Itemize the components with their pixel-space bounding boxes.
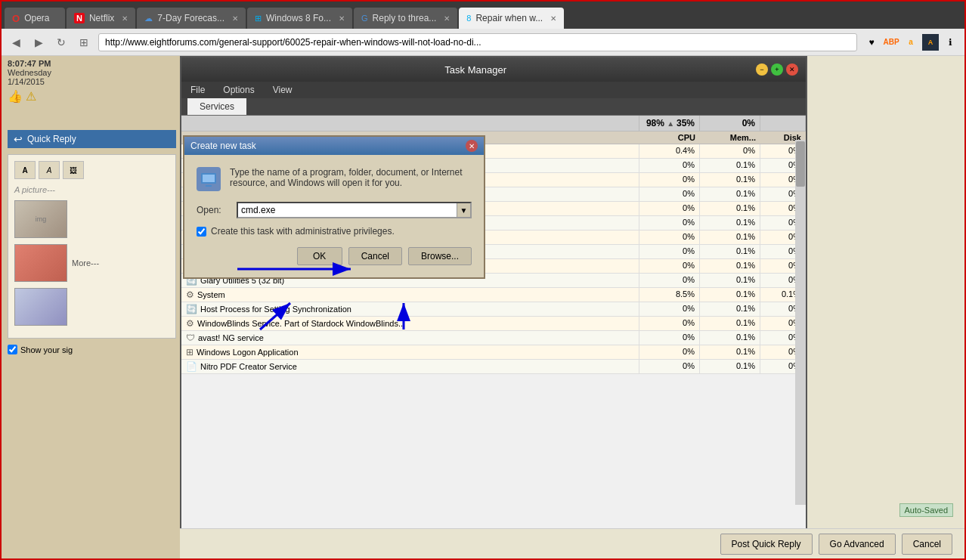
back-button[interactable]: ◀ xyxy=(8,34,24,51)
tab-repair-label: Repair when w... xyxy=(475,13,543,23)
thumb-row-1: img xyxy=(14,200,169,238)
service-mem-cell: 0.1% xyxy=(700,230,760,244)
tab-netflix[interactable]: N Netflix ✕ xyxy=(67,8,135,29)
service-cpu-cell: 8.5% xyxy=(639,288,700,302)
dialog-desc-line1: Type the name of a program, folder, docu… xyxy=(230,167,463,178)
show-sig-checkbox[interactable] xyxy=(8,345,17,354)
auto-saved-badge: Auto-Saved xyxy=(899,503,953,517)
tm-minimize-button[interactable]: − xyxy=(756,63,768,76)
refresh-button[interactable]: ↻ xyxy=(53,34,70,51)
tm-tabs: Services xyxy=(181,98,806,116)
tm-maximize-button[interactable]: + xyxy=(771,63,783,76)
cancel-dialog-button[interactable]: Cancel xyxy=(348,247,402,265)
tm-close-button[interactable]: ✕ xyxy=(786,63,798,76)
table-row[interactable]: ⚙ System 8.5% 0.1% 0.1% xyxy=(181,288,806,302)
table-row[interactable]: 📄 Nitro PDF Creator Service 0% 0.1% 0% xyxy=(181,360,806,374)
thumb-row-3 xyxy=(14,288,169,326)
dialog-open-row: Open: ▼ xyxy=(197,202,472,218)
thumbnail-3[interactable] xyxy=(14,288,67,326)
dialog-body: Type the name of a program, folder, docu… xyxy=(184,155,484,277)
service-cpu-cell: 0% xyxy=(639,159,700,172)
tab-repair-close[interactable]: ✕ xyxy=(550,14,556,23)
dialog-checkbox-row: Create this task with administrative pri… xyxy=(197,226,472,237)
service-name-cell: ⊞ Windows Logon Application xyxy=(181,345,639,359)
go-advanced-button[interactable]: Go Advanced xyxy=(819,534,896,555)
time-widget: 8:07:47 PM Wednesday 1/14/2015 👍 ⚠ xyxy=(2,56,85,107)
service-cpu-cell: 0% xyxy=(639,230,700,244)
service-mem-cell: 0.1% xyxy=(700,345,760,359)
home-button[interactable]: ⊞ xyxy=(76,34,92,51)
tab-reply[interactable]: G Reply to threa... ✕ xyxy=(354,8,457,29)
cpu-percent: 98% xyxy=(646,118,664,128)
service-mem-cell: 0.1% xyxy=(700,216,760,230)
day-display: Wednesday xyxy=(8,68,79,77)
date-display: 1/14/2015 xyxy=(8,77,79,86)
service-cpu-cell: 0% xyxy=(639,345,700,359)
tab-win8forums-close[interactable]: ✕ xyxy=(339,14,345,23)
dialog-title: Create new task xyxy=(190,141,256,151)
service-name-cell: 📄 Nitro PDF Creator Service xyxy=(181,360,639,373)
thumbnail-2[interactable] xyxy=(14,244,67,282)
tab-reply-close[interactable]: ✕ xyxy=(444,14,450,23)
tab-win8forums-label: Windows 8 Fo... xyxy=(266,13,331,23)
amazon-icon[interactable]: a xyxy=(903,34,919,51)
service-name-cell: ⚙ System xyxy=(181,288,639,302)
address-input[interactable] xyxy=(98,33,857,51)
tab-forecast-close[interactable]: ✕ xyxy=(232,14,238,23)
svg-rect-2 xyxy=(206,185,212,187)
table-row[interactable]: 🔄 Host Process for Setting Synchronizati… xyxy=(181,302,806,317)
header-disk: 0% xyxy=(700,116,760,131)
scrollbar[interactable] xyxy=(795,140,806,505)
show-sig-row: Show your sig xyxy=(8,345,176,354)
post-quick-reply-button[interactable]: Post Quick Reply xyxy=(720,534,813,555)
services-header: 98% ▲ 35% 0% xyxy=(181,116,806,131)
service-cpu-cell: 0% xyxy=(639,245,700,258)
service-cpu-cell: 0% xyxy=(639,331,700,345)
table-row[interactable]: 🛡 avast! NG service 0% 0.1% 0% xyxy=(181,331,806,345)
run-dialog-icon xyxy=(197,167,221,191)
star-icon: ⚠ xyxy=(26,89,36,104)
create-task-dialog: Create new task ✕ Type the name of a pro… xyxy=(183,135,485,279)
browse-button[interactable]: Browse... xyxy=(408,247,472,265)
tab-forecast[interactable]: ☁ 7-Day Forecas... ✕ xyxy=(137,8,246,29)
scrollbar-thumb[interactable] xyxy=(796,141,805,187)
service-mem-cell: 0.1% xyxy=(700,202,760,215)
thumbnail-1[interactable]: img xyxy=(14,200,67,238)
info-icon[interactable]: ℹ xyxy=(942,34,958,51)
tab-opera[interactable]: O Opera xyxy=(5,8,65,29)
cancel-button[interactable]: Cancel xyxy=(902,534,952,555)
reply-placeholder: A picture--- xyxy=(14,185,169,194)
quick-reply-area: A A 🖼 A picture--- img xyxy=(8,154,176,339)
adblock-icon[interactable]: ABP xyxy=(883,34,899,51)
tab-win8forums[interactable]: ⊞ Windows 8 Fo... ✕ xyxy=(247,8,352,29)
tab-forecast-label: 7-Day Forecas... xyxy=(157,13,224,23)
italic-button[interactable]: A xyxy=(39,161,60,179)
tab-services[interactable]: Services xyxy=(187,98,246,115)
dropdown-button[interactable]: ▼ xyxy=(457,203,470,217)
table-row[interactable]: ⚙ WindowBlinds Service. Part of Stardock… xyxy=(181,317,806,331)
tab-repair[interactable]: 8 Repair when w... ✕ xyxy=(459,8,564,29)
dialog-close-button[interactable]: ✕ xyxy=(466,140,478,152)
service-mem-cell: 0.1% xyxy=(700,302,760,316)
reply-toolbar: A A 🖼 xyxy=(14,161,169,179)
table-row[interactable]: ⊞ Windows Logon Application 0% 0.1% 0% xyxy=(181,345,806,360)
header-cpu: 98% ▲ 35% xyxy=(639,116,700,131)
page-bottom-bar: Post Quick Reply Go Advanced Cancel xyxy=(180,528,964,558)
forward-button[interactable]: ▶ xyxy=(30,34,47,51)
tm-menu-view[interactable]: View xyxy=(270,83,296,97)
tm-menu-file[interactable]: File xyxy=(187,83,208,97)
bookmark-icon[interactable]: ♥ xyxy=(863,34,880,51)
service-cpu-cell: 0% xyxy=(639,216,700,230)
admin-checkbox[interactable] xyxy=(197,227,206,237)
amazon2-icon[interactable]: A xyxy=(922,34,939,51)
tab-netflix-close[interactable]: ✕ xyxy=(122,14,128,23)
tm-menu-options[interactable]: Options xyxy=(220,83,257,97)
service-name-cell: 🛡 avast! NG service xyxy=(181,331,639,345)
open-label: Open: xyxy=(197,205,231,215)
ok-button[interactable]: OK xyxy=(297,247,342,265)
run-input[interactable] xyxy=(238,203,457,217)
bold-button[interactable]: A xyxy=(14,161,36,179)
dialog-buttons: OK Cancel Browse... xyxy=(197,247,472,265)
image-button[interactable]: 🖼 xyxy=(63,161,84,179)
task-manager-window: ... Task Manager − + ✕ File Options View… xyxy=(180,56,807,555)
